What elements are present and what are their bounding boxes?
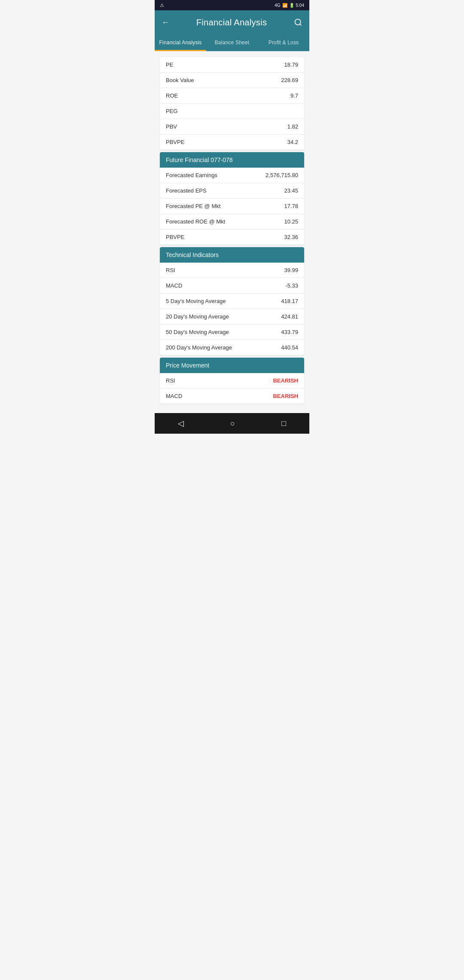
row-label: PE xyxy=(166,61,173,68)
table-row: RSI 39.99 xyxy=(160,263,304,278)
network-indicator: 4G xyxy=(275,3,280,8)
table-row: PE 18.79 xyxy=(160,57,304,73)
future-financial-header: Future Financial 077-078 xyxy=(160,152,304,168)
header-actions xyxy=(294,18,302,27)
future-financial-card: Future Financial 077-078 Forecasted Earn… xyxy=(160,152,304,245)
warning-icon: ⚠ xyxy=(160,3,164,8)
row-label: PEG xyxy=(166,108,177,114)
table-row: PBV 1.82 xyxy=(160,119,304,135)
table-row: Forecasted PE @ Mkt 17.78 xyxy=(160,199,304,214)
row-value: 18.79 xyxy=(284,61,298,68)
row-label: Forecasted Earnings xyxy=(166,172,217,178)
table-row: PBVPE 32.36 xyxy=(160,230,304,245)
time-display: 5:04 xyxy=(296,3,304,8)
table-row: MACD -5.33 xyxy=(160,278,304,294)
row-value: 440.54 xyxy=(281,344,298,351)
table-row: Forecasted EPS 23.45 xyxy=(160,183,304,199)
table-row: ROE 9.7 xyxy=(160,88,304,104)
row-value: 23.45 xyxy=(284,187,298,194)
row-value: 32.36 xyxy=(284,234,298,240)
row-value: 34.2 xyxy=(287,139,298,145)
row-label: 200 Day's Moving Average xyxy=(166,344,232,351)
row-label: RSI xyxy=(166,267,175,273)
row-label: PBVPE xyxy=(166,234,184,240)
table-row: 50 Day's Moving Average 433.79 xyxy=(160,325,304,340)
bottom-navigation: ◁ ○ □ xyxy=(155,413,309,434)
partial-metrics-card: PE 18.79 Book Value 228.69 ROE 9.7 PEG P… xyxy=(160,57,304,150)
row-value: 10.25 xyxy=(284,218,298,225)
row-label: 20 Day's Moving Average xyxy=(166,313,229,320)
table-row: Forecasted Earnings 2,576,715.80 xyxy=(160,168,304,183)
row-value: 9.7 xyxy=(290,92,298,99)
row-label: PBVPE xyxy=(166,139,184,145)
price-movement-header: Price Movement xyxy=(160,358,304,373)
search-icon xyxy=(294,18,302,27)
table-row: MACD BEARISH xyxy=(160,389,304,404)
nav-back-button[interactable]: ◁ xyxy=(169,415,192,432)
row-value: BEARISH xyxy=(273,393,298,399)
signal-icon: 📶 xyxy=(282,3,287,8)
row-label: Forecasted ROE @ Mkt xyxy=(166,218,225,225)
row-value: 418.17 xyxy=(281,298,298,304)
row-label: ROE xyxy=(166,92,178,99)
main-content: PE 18.79 Book Value 228.69 ROE 9.7 PEG P… xyxy=(155,51,309,410)
row-label: Forecasted PE @ Mkt xyxy=(166,203,220,209)
row-label: 50 Day's Moving Average xyxy=(166,329,229,335)
row-value: BEARISH xyxy=(273,377,298,384)
technical-indicators-card: Technical Indicators RSI 39.99 MACD -5.3… xyxy=(160,247,304,355)
tab-balance-sheet[interactable]: Balance Sheet xyxy=(206,34,258,51)
tab-financial-analysis[interactable]: Financial Analysis xyxy=(155,34,206,51)
nav-recent-button[interactable]: □ xyxy=(273,416,295,432)
row-value: 228.69 xyxy=(281,77,298,83)
table-row: RSI BEARISH xyxy=(160,373,304,389)
row-label: Forecasted EPS xyxy=(166,187,207,194)
back-button[interactable]: ← xyxy=(162,18,169,27)
row-value: 424.81 xyxy=(281,313,298,320)
row-value: 2,576,715.80 xyxy=(266,172,298,178)
svg-line-1 xyxy=(300,24,302,26)
row-label: RSI xyxy=(166,377,175,384)
row-value: 433.79 xyxy=(281,329,298,335)
table-row: Book Value 228.69 xyxy=(160,73,304,88)
row-label: MACD xyxy=(166,393,182,399)
table-row: 200 Day's Moving Average 440.54 xyxy=(160,340,304,355)
table-row: 5 Day's Moving Average 418.17 xyxy=(160,294,304,309)
nav-home-button[interactable]: ○ xyxy=(222,416,244,432)
table-row: PBVPE 34.2 xyxy=(160,135,304,150)
row-value: -5.33 xyxy=(285,282,298,289)
search-button[interactable] xyxy=(294,18,302,27)
row-value: 39.99 xyxy=(284,267,298,273)
row-label: 5 Day's Moving Average xyxy=(166,298,226,304)
row-label: PBV xyxy=(166,123,177,130)
table-row: Forecasted ROE @ Mkt 10.25 xyxy=(160,214,304,230)
status-icons: 4G 📶 🔋 5:04 xyxy=(275,3,304,8)
row-label: Book Value xyxy=(166,77,194,83)
svg-point-0 xyxy=(295,19,301,25)
technical-indicators-header: Technical Indicators xyxy=(160,247,304,263)
row-value: 17.78 xyxy=(284,203,298,209)
tab-bar: Financial Analysis Balance Sheet Profit … xyxy=(155,34,309,51)
page-title: Financial Analysis xyxy=(196,18,267,28)
tab-profit-loss[interactable]: Profit & Loss xyxy=(258,34,309,51)
table-row: 20 Day's Moving Average 424.81 xyxy=(160,309,304,325)
battery-icon: 🔋 xyxy=(289,3,294,8)
header: ← Financial Analysis xyxy=(155,10,309,34)
table-row: PEG xyxy=(160,104,304,119)
row-label: MACD xyxy=(166,282,182,289)
row-value: 1.82 xyxy=(287,123,298,130)
price-movement-card: Price Movement RSI BEARISH MACD BEARISH xyxy=(160,358,304,404)
status-bar: ⚠ 4G 📶 🔋 5:04 xyxy=(155,0,309,10)
